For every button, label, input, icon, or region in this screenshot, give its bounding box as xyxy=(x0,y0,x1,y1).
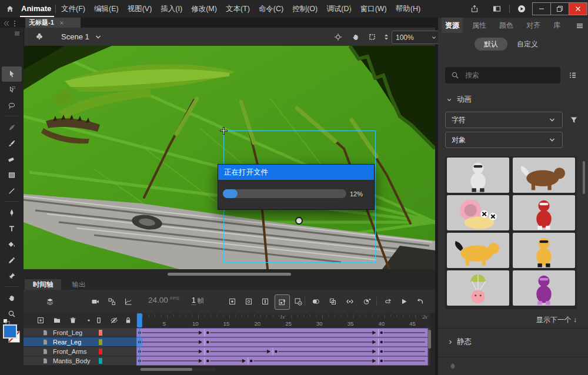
auto-keyframe-button[interactable] xyxy=(275,294,290,310)
timeline-frame-grid[interactable] xyxy=(136,328,430,366)
section-animation-label[interactable]: 动画 xyxy=(457,95,472,105)
transform-point[interactable] xyxy=(295,217,303,225)
rectangle-tool[interactable] xyxy=(2,168,22,183)
asset-thumbnail-snail[interactable] xyxy=(447,195,509,230)
asset-thumbnail-ninja[interactable] xyxy=(513,270,575,306)
panel-tab-资源[interactable]: 资源 xyxy=(442,18,463,33)
section-chevron-icon[interactable] xyxy=(447,339,453,345)
onion-range-button[interactable] xyxy=(360,294,374,309)
search-box[interactable] xyxy=(445,67,560,83)
filter-icon[interactable] xyxy=(570,116,578,124)
rewind-button[interactable] xyxy=(413,294,427,309)
scrollbar-thumb[interactable] xyxy=(168,273,291,276)
fluid-brush-tool[interactable] xyxy=(2,120,22,135)
paint-bucket-tool[interactable] xyxy=(2,237,22,252)
show-next-link[interactable]: 显示下一个 ↓ xyxy=(497,315,577,325)
fill-color-swatch[interactable] xyxy=(3,324,17,339)
close-tab-icon[interactable] xyxy=(59,20,65,26)
delete-icon[interactable] xyxy=(69,316,77,324)
onion-outline-button[interactable] xyxy=(326,294,340,309)
search-input[interactable] xyxy=(464,71,554,80)
menu-item[interactable]: 控制(O) xyxy=(292,0,318,18)
layer-color-swatch[interactable] xyxy=(99,330,102,336)
remove-frame-button[interactable] xyxy=(291,294,305,309)
layer-name[interactable]: Mantis_Body xyxy=(53,357,91,364)
menu-item[interactable]: 编辑(E) xyxy=(94,0,119,18)
home-icon[interactable] xyxy=(6,5,14,13)
play-circle-icon[interactable] xyxy=(517,5,526,13)
layer-color-swatch[interactable] xyxy=(99,339,102,345)
overflow-dots-icon[interactable] xyxy=(11,19,19,28)
zoom-stepper-icon[interactable] xyxy=(382,33,390,41)
subselection-tool[interactable] xyxy=(2,82,22,98)
zoom-level-dropdown[interactable]: 100% xyxy=(392,31,442,44)
collapse-panel-icon[interactable] xyxy=(2,19,11,28)
menu-item[interactable]: 插入(I) xyxy=(161,0,182,18)
classic-brush-tool[interactable] xyxy=(2,136,22,151)
menu-item[interactable]: 帮助(H) xyxy=(396,0,420,18)
insert-frame-button[interactable] xyxy=(258,294,272,309)
asset-grid-scrollbar[interactable] xyxy=(583,161,585,194)
scene-chevron-icon[interactable] xyxy=(94,33,102,41)
layer-name[interactable]: Front_Leg xyxy=(53,329,82,336)
timeline-ruler[interactable]: 510152025303540451s2s xyxy=(136,313,430,328)
pen-tool[interactable] xyxy=(2,205,22,220)
text-tool[interactable] xyxy=(2,221,22,236)
menu-item[interactable]: 调试(D) xyxy=(326,0,351,18)
menu-item[interactable]: 文本(T) xyxy=(226,0,250,18)
panel-menu-icon[interactable] xyxy=(576,22,584,30)
current-frame-value[interactable]: 1 xyxy=(192,296,196,305)
hand-mode-icon[interactable] xyxy=(352,33,360,41)
menu-item[interactable]: 修改(M) xyxy=(191,0,217,18)
asset-thumbnail-mummy[interactable] xyxy=(447,158,509,193)
outline-column-icon[interactable] xyxy=(95,316,103,324)
insert-blank-keyframe-button[interactable] xyxy=(242,294,256,309)
layer-row-Mantis_Body[interactable]: Mantis_Body xyxy=(24,356,136,366)
document-tab[interactable]: 无标题-1 xyxy=(25,18,81,28)
fps-value[interactable]: 24.00 xyxy=(148,296,168,304)
scene-name[interactable]: Scene 1 xyxy=(61,28,89,46)
mode-button-自定义[interactable]: 自定义 xyxy=(517,38,538,51)
panel-tab-对齐[interactable]: 对齐 xyxy=(523,18,544,33)
menu-item[interactable]: 窗口(W) xyxy=(360,0,387,18)
line-tool[interactable] xyxy=(2,183,22,199)
asset-thumbnail-santa[interactable] xyxy=(513,195,575,230)
asset-thumbnail-werewolf[interactable] xyxy=(513,158,575,193)
hide-icon[interactable] xyxy=(110,316,118,324)
panel-tab-库[interactable]: 库 xyxy=(550,18,564,33)
hand-tool[interactable] xyxy=(2,290,22,306)
layer-row-Front_Leg[interactable]: Front_Leg xyxy=(24,328,136,337)
edit-symbols-icon[interactable] xyxy=(35,32,44,41)
add-folder-icon[interactable] xyxy=(53,316,61,324)
stage[interactable]: 正在打开文件 12% xyxy=(24,46,435,269)
close-button[interactable] xyxy=(569,3,587,15)
play-button[interactable] xyxy=(397,294,411,309)
workspace-icon[interactable] xyxy=(493,5,501,13)
panel-tab-颜色[interactable]: 颜色 xyxy=(496,18,517,33)
toolbar-menu-icon[interactable] xyxy=(14,30,20,36)
minimize-button[interactable] xyxy=(533,3,550,15)
clip-content-icon[interactable] xyxy=(368,33,376,41)
edit-multiple-frames-button[interactable] xyxy=(343,294,357,309)
stage-horizontal-scrollbar[interactable] xyxy=(24,269,435,279)
add-layer-icon[interactable] xyxy=(36,316,45,324)
layer-row-Rear_Leg[interactable]: Rear_Leg xyxy=(24,337,136,347)
eyedropper-tool[interactable] xyxy=(2,253,22,268)
object-dropdown[interactable]: 对象 xyxy=(445,132,563,148)
loop-button[interactable] xyxy=(381,294,395,309)
menu-item[interactable]: 视图(V) xyxy=(128,0,152,18)
asset-thumbnail-dog-sitting[interactable] xyxy=(513,233,575,268)
camera-icon[interactable] xyxy=(91,297,99,306)
layer-color-swatch[interactable] xyxy=(99,358,102,364)
asset-warp-tool[interactable] xyxy=(2,269,22,284)
layer-row-Front_Arms[interactable]: Front_Arms xyxy=(24,347,136,356)
lasso-tool[interactable] xyxy=(2,98,22,113)
section-static-label[interactable]: 静态 xyxy=(457,337,472,347)
share-icon[interactable] xyxy=(470,5,479,13)
timeline-tab-时间轴[interactable]: 时间轴 xyxy=(25,279,61,290)
selection-tool[interactable] xyxy=(2,66,22,82)
asset-thumbnail-dog-lying[interactable] xyxy=(447,233,509,268)
menu-item[interactable]: 命令(C) xyxy=(259,0,283,18)
restore-button[interactable] xyxy=(550,3,569,15)
list-view-icon[interactable] xyxy=(569,71,577,79)
